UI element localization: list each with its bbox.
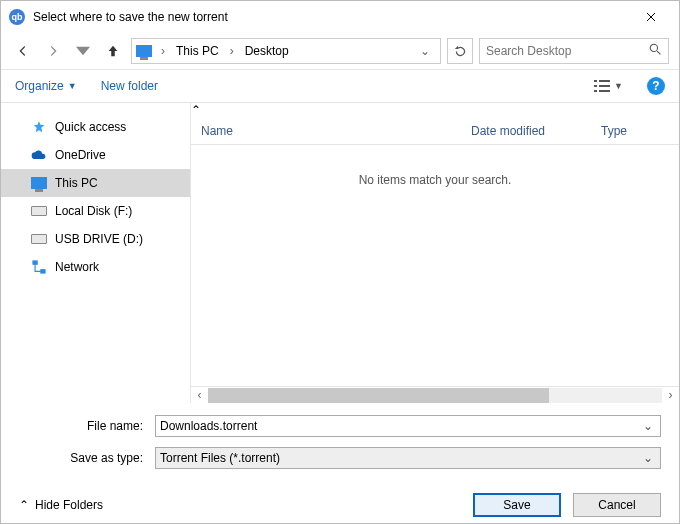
disk-icon — [31, 234, 47, 244]
window-title: Select where to save the new torrent — [33, 10, 631, 24]
horizontal-scrollbar[interactable]: ‹ › — [191, 386, 679, 403]
column-date[interactable]: Date modified — [461, 124, 591, 138]
save-button[interactable]: Save — [473, 493, 561, 517]
svg-rect-5 — [594, 90, 597, 92]
disk-icon — [31, 206, 47, 216]
hide-folders-toggle[interactable]: ⌃ Hide Folders — [19, 498, 103, 512]
breadcrumb-leaf[interactable]: Desktop — [243, 44, 291, 58]
cancel-button[interactable]: Cancel — [573, 493, 661, 517]
filetype-label: Save as type: — [19, 451, 149, 465]
tree-item-this-pc[interactable]: This PC — [1, 169, 190, 197]
pc-icon — [31, 177, 47, 189]
app-icon: qb — [9, 9, 25, 25]
chevron-down-icon[interactable]: ⌄ — [640, 419, 656, 433]
nav-tree: Quick access OneDrive This PC Local Disk… — [1, 103, 191, 403]
titlebar: qb Select where to save the new torrent — [1, 1, 679, 33]
file-list: ⌃ Name Date modified Type No items match… — [191, 103, 679, 403]
scroll-right-button[interactable]: › — [662, 388, 679, 403]
tree-item-onedrive[interactable]: OneDrive — [1, 141, 190, 169]
svg-rect-7 — [33, 261, 37, 265]
chevron-down-icon: ▼ — [68, 81, 77, 91]
bottom-bar: ⌃ Hide Folders Save Cancel — [1, 481, 679, 524]
forward-button[interactable] — [41, 39, 65, 63]
chevron-right-icon[interactable]: › — [227, 44, 237, 58]
svg-rect-2 — [599, 80, 610, 82]
tree-item-network[interactable]: Network — [1, 253, 190, 281]
chevron-down-icon: ▼ — [614, 81, 623, 91]
sort-indicator-icon: ⌃ — [191, 103, 679, 117]
search-input[interactable] — [486, 44, 649, 58]
scroll-left-button[interactable]: ‹ — [191, 388, 208, 403]
empty-message: No items match your search. — [191, 145, 679, 386]
svg-rect-4 — [599, 85, 610, 87]
address-bar[interactable]: › This PC › Desktop ⌄ — [131, 38, 441, 64]
close-button[interactable] — [631, 3, 671, 31]
column-name[interactable]: Name — [191, 124, 461, 138]
filename-input[interactable]: Downloads.torrent ⌄ — [155, 415, 661, 437]
fields: File name: Downloads.torrent ⌄ Save as t… — [1, 403, 679, 481]
tree-item-local-disk[interactable]: Local Disk (F:) — [1, 197, 190, 225]
view-mode-menu[interactable]: ▼ — [594, 80, 623, 92]
svg-rect-8 — [41, 270, 45, 274]
breadcrumb-root[interactable]: This PC — [174, 44, 221, 58]
recent-dropdown[interactable] — [71, 39, 95, 63]
filetype-select[interactable]: Torrent Files (*.torrent) ⌄ — [155, 447, 661, 469]
cloud-icon — [31, 147, 47, 163]
toolbar: Organize ▼ New folder ▼ ? — [1, 69, 679, 103]
scroll-thumb[interactable] — [208, 388, 549, 403]
chevron-right-icon[interactable]: › — [158, 44, 168, 58]
svg-rect-3 — [594, 85, 597, 87]
new-folder-button[interactable]: New folder — [101, 79, 158, 93]
up-button[interactable] — [101, 39, 125, 63]
back-button[interactable] — [11, 39, 35, 63]
tree-item-quick-access[interactable]: Quick access — [1, 113, 190, 141]
help-button[interactable]: ? — [647, 77, 665, 95]
svg-rect-6 — [599, 90, 610, 92]
tree-item-usb-drive[interactable]: USB DRIVE (D:) — [1, 225, 190, 253]
organize-menu[interactable]: Organize ▼ — [15, 79, 77, 93]
search-icon[interactable] — [649, 43, 662, 59]
chevron-up-icon: ⌃ — [19, 498, 29, 512]
pc-icon — [136, 45, 152, 57]
refresh-button[interactable] — [447, 38, 473, 64]
filename-label: File name: — [19, 419, 149, 433]
chevron-down-icon[interactable]: ⌄ — [640, 451, 656, 465]
svg-rect-1 — [594, 80, 597, 82]
search-box[interactable] — [479, 38, 669, 64]
network-icon — [31, 259, 47, 275]
address-dropdown[interactable]: ⌄ — [414, 44, 436, 58]
save-dialog: qb Select where to save the new torrent … — [0, 0, 680, 524]
nav-row: › This PC › Desktop ⌄ — [1, 33, 679, 69]
svg-point-0 — [650, 44, 657, 51]
star-icon — [31, 119, 47, 135]
column-type[interactable]: Type — [591, 124, 637, 138]
column-headers: Name Date modified Type — [191, 117, 679, 145]
